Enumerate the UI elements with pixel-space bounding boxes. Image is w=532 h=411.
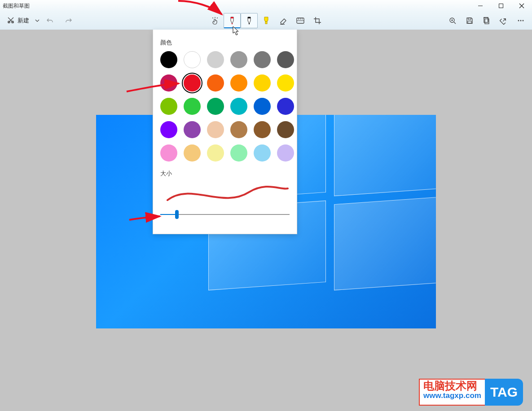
window-title: 截图和草图 — [3, 2, 30, 10]
color-swatch[interactable] — [230, 144, 247, 162]
watermark-badge: TAG — [485, 379, 523, 406]
watermark-line2: www.tagxp.com — [423, 392, 481, 400]
color-swatch[interactable] — [277, 74, 294, 92]
color-swatch[interactable] — [160, 74, 177, 92]
svg-rect-11 — [265, 22, 267, 24]
color-swatch[interactable] — [160, 98, 177, 115]
svg-point-27 — [520, 20, 522, 22]
minimize-button[interactable] — [470, 0, 491, 12]
color-swatch[interactable] — [160, 144, 177, 162]
svg-line-19 — [454, 22, 456, 24]
slider-fill — [160, 214, 177, 215]
color-swatch[interactable] — [230, 121, 247, 138]
color-swatch[interactable] — [254, 144, 271, 162]
pen-settings-popup: 颜色 大小 — [153, 30, 297, 234]
undo-button[interactable] — [41, 13, 58, 28]
pencil-button[interactable] — [241, 13, 258, 28]
color-swatch[interactable] — [184, 51, 201, 68]
color-swatch[interactable] — [230, 51, 247, 68]
svg-point-26 — [518, 20, 519, 22]
color-swatch[interactable] — [184, 121, 201, 138]
color-swatch[interactable] — [207, 74, 224, 92]
ruler-button[interactable] — [292, 13, 309, 28]
watermark: 电脑技术网 www.tagxp.com TAG — [419, 379, 523, 406]
color-swatch[interactable] — [277, 51, 294, 68]
toolbar-left: 新建 — [3, 13, 77, 28]
color-swatch[interactable] — [254, 74, 271, 92]
color-section-label: 颜色 — [160, 39, 290, 47]
slider-thumb[interactable] — [175, 210, 179, 219]
toolbar: 新建 — [0, 12, 532, 30]
svg-point-6 — [212, 17, 213, 18]
ballpoint-pen-button[interactable] — [224, 13, 241, 28]
close-button[interactable] — [511, 0, 532, 12]
eraser-button[interactable] — [275, 13, 292, 28]
color-swatch[interactable] — [254, 121, 271, 138]
color-swatch[interactable] — [184, 74, 201, 92]
crop-button[interactable] — [309, 13, 326, 28]
color-swatch[interactable] — [207, 121, 224, 138]
color-swatch[interactable] — [184, 98, 201, 115]
toolbar-center — [207, 13, 326, 28]
maximize-button[interactable] — [491, 0, 511, 12]
zoom-button[interactable] — [444, 13, 461, 28]
new-button[interactable]: 新建 — [3, 13, 33, 28]
color-swatch[interactable] — [277, 144, 294, 162]
color-swatch[interactable] — [160, 121, 177, 138]
svg-rect-25 — [484, 17, 488, 22]
slider-track — [160, 214, 290, 215]
color-swatch[interactable] — [254, 98, 271, 115]
svg-rect-1 — [499, 4, 503, 8]
svg-point-8 — [217, 17, 218, 18]
toolbar-right — [444, 13, 529, 28]
color-swatch[interactable] — [277, 98, 294, 115]
color-swatch[interactable] — [184, 144, 201, 162]
svg-point-10 — [248, 23, 249, 24]
copy-button[interactable] — [478, 13, 495, 28]
save-button[interactable] — [461, 13, 478, 28]
color-swatch[interactable] — [207, 144, 224, 162]
new-snip-icon — [7, 16, 15, 26]
new-button-label: 新建 — [18, 17, 29, 25]
svg-rect-23 — [468, 21, 471, 23]
svg-rect-24 — [485, 19, 489, 24]
size-section-label: 大小 — [160, 170, 290, 178]
color-swatch[interactable] — [207, 98, 224, 115]
color-swatch[interactable] — [277, 121, 294, 138]
share-button[interactable] — [495, 13, 512, 28]
svg-point-7 — [215, 17, 215, 18]
new-dropdown[interactable] — [35, 13, 40, 28]
redo-button[interactable] — [60, 13, 77, 28]
color-swatch[interactable] — [230, 74, 247, 92]
color-swatch[interactable] — [254, 51, 271, 68]
size-slider[interactable] — [160, 208, 290, 221]
size-preview — [159, 182, 290, 206]
touch-writing-button[interactable] — [207, 13, 224, 28]
highlighter-button[interactable] — [258, 13, 275, 28]
watermark-line1: 电脑技术网 — [423, 380, 481, 392]
svg-point-9 — [231, 23, 232, 24]
color-swatch[interactable] — [230, 98, 247, 115]
color-swatch[interactable] — [207, 51, 224, 68]
color-swatch-grid — [160, 51, 290, 162]
svg-point-28 — [523, 20, 524, 22]
color-swatch[interactable] — [160, 51, 177, 68]
title-bar: 截图和草图 — [0, 0, 532, 12]
more-button[interactable] — [512, 13, 529, 28]
window-buttons — [470, 0, 532, 12]
